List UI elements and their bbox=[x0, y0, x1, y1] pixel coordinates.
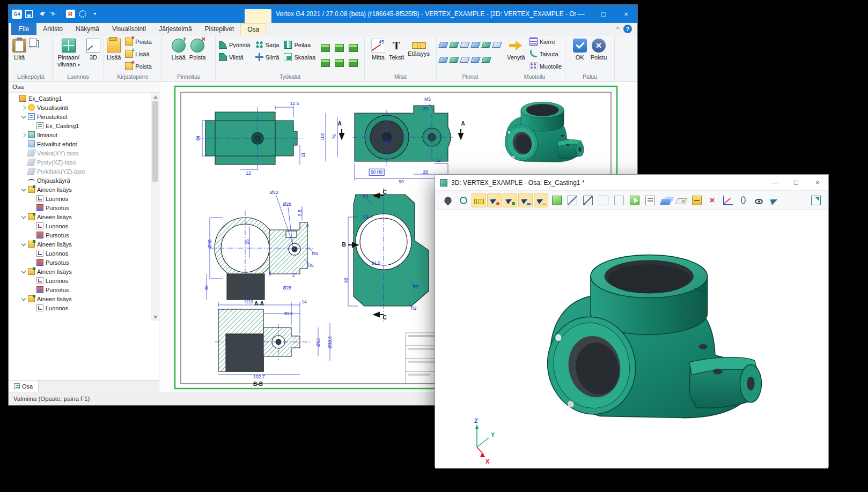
3d-close-button[interactable]: × bbox=[807, 175, 828, 190]
layers-button[interactable] bbox=[658, 193, 673, 207]
surface-tool-3-button[interactable] bbox=[460, 38, 470, 52]
exit-button[interactable]: Poistu bbox=[590, 36, 608, 62]
solid-tool-6-button[interactable] bbox=[347, 56, 359, 70]
library-add-button[interactable]: Lisää bbox=[106, 36, 122, 62]
tab-file[interactable]: File bbox=[11, 23, 36, 35]
attach-button[interactable] bbox=[736, 193, 751, 207]
delete-button[interactable] bbox=[705, 193, 719, 207]
surface-tool-8-button[interactable] bbox=[449, 53, 459, 67]
maximize-button[interactable]: □ bbox=[592, 5, 615, 23]
tab-arkisto[interactable]: Arkisto bbox=[36, 23, 69, 35]
expand-arrow-icon[interactable] bbox=[20, 132, 27, 138]
sketch-plane-button[interactable] bbox=[674, 193, 688, 207]
shaded-view-button[interactable] bbox=[549, 193, 564, 207]
tree-item-ex-casting1[interactable]: Ex_Casting1 bbox=[10, 121, 150, 130]
tree-item-pursotus[interactable]: Pursotus bbox=[10, 203, 150, 212]
library-delete-2-button[interactable]: Poista bbox=[123, 61, 153, 71]
tree-item-aineen-lis-ys[interactable]: Aineen lisäys bbox=[10, 185, 150, 194]
tab-osa[interactable]: Osa bbox=[240, 23, 266, 35]
text-button[interactable]: Teksti bbox=[388, 36, 405, 62]
solid-tool-3-button[interactable] bbox=[347, 41, 359, 55]
wireframe-view-button[interactable] bbox=[565, 193, 579, 207]
qat-dropdown-icon[interactable] bbox=[90, 9, 100, 19]
dimension-button[interactable]: Mitta bbox=[370, 36, 386, 62]
sketch-on-face-button[interactable]: Pintaan/ viivaan ▾ bbox=[54, 36, 83, 68]
box-view-button[interactable] bbox=[596, 193, 610, 207]
snap-edge-button[interactable] bbox=[534, 193, 548, 207]
tree-item-vaaka-xy-taso[interactable]: Vaaka(XY)-taso bbox=[10, 148, 150, 158]
app-logo-icon[interactable]: G4 bbox=[12, 10, 22, 19]
tree-item-ohjausk-yr-[interactable]: Ohjauskäyrä bbox=[10, 176, 150, 185]
external-window-button[interactable] bbox=[808, 193, 823, 207]
fly-through-button[interactable] bbox=[767, 193, 782, 207]
solid-tool-1-button[interactable] bbox=[319, 41, 332, 55]
hidden-edges-view-button[interactable] bbox=[580, 193, 595, 207]
visibility-button[interactable] bbox=[752, 193, 766, 207]
collapse-arrow-icon[interactable] bbox=[20, 269, 27, 275]
tree-item-pursotus[interactable]: Pursotus bbox=[10, 258, 150, 267]
collapse-arrow-icon[interactable] bbox=[20, 241, 27, 248]
tab-jarjestelma[interactable]: Järjestelmä bbox=[152, 23, 198, 35]
solid-tool-5-button[interactable] bbox=[333, 56, 345, 70]
pin-button[interactable] bbox=[440, 193, 455, 207]
redo-icon[interactable] bbox=[48, 9, 59, 19]
panel-tab-osa[interactable]: Osa bbox=[9, 381, 39, 392]
collapse-arrow-icon[interactable] bbox=[20, 114, 27, 120]
tree-item-pysty-xz-taso[interactable]: Pysty(XZ)-taso bbox=[10, 158, 150, 167]
scroll-up-icon[interactable] bbox=[152, 94, 158, 100]
surface-tool-6-button[interactable] bbox=[492, 38, 502, 52]
tree-item-pursotus[interactable]: Pursotus bbox=[10, 285, 150, 294]
collapse-arrow-icon[interactable] bbox=[20, 187, 27, 193]
archive-button[interactable] bbox=[689, 193, 704, 207]
pattern-button[interactable]: Sarja bbox=[254, 40, 281, 50]
save-icon[interactable] bbox=[24, 9, 34, 19]
undo-icon[interactable] bbox=[36, 9, 47, 19]
tree-scrollbar[interactable] bbox=[151, 93, 159, 321]
sketch-3d-button[interactable]: 3D bbox=[85, 36, 102, 62]
stretch-button[interactable]: Venytä bbox=[506, 36, 526, 62]
mirror-button[interactable]: Peilaa bbox=[282, 40, 317, 50]
thread-button[interactable]: Kierre bbox=[528, 36, 564, 47]
coating-delete-button[interactable]: Poista bbox=[188, 36, 207, 62]
tab-visualisointi[interactable]: Visualisointi bbox=[106, 23, 152, 35]
snap-point-button[interactable] bbox=[487, 193, 502, 207]
snap-cursor-button[interactable] bbox=[503, 193, 517, 207]
tree-item-luonnos[interactable]: Luonnos bbox=[10, 276, 150, 285]
ok-button[interactable]: OK bbox=[572, 36, 588, 62]
tree-item-aineen-lis-ys[interactable]: Aineen lisäys bbox=[10, 240, 150, 249]
surface-tool-4-button[interactable] bbox=[470, 38, 481, 52]
coating-add-button[interactable]: Lisää bbox=[171, 36, 187, 62]
surface-tool-10-button[interactable] bbox=[470, 53, 481, 67]
tree-item-visualisointi[interactable]: Visualisointi bbox=[10, 103, 150, 112]
tree-item-luonnos[interactable]: Luonnos bbox=[10, 221, 150, 230]
tree-item-luonnos[interactable]: Luonnos bbox=[10, 194, 150, 203]
snap-face-button[interactable] bbox=[518, 193, 533, 207]
collapse-ribbon-icon[interactable]: ^ bbox=[616, 26, 619, 32]
scale-button[interactable]: Skaalaa bbox=[282, 52, 317, 62]
move-button[interactable]: Siirrä bbox=[254, 52, 281, 62]
surface-tool-11-button[interactable] bbox=[481, 53, 491, 67]
form-button[interactable]: Muotoile bbox=[528, 61, 564, 71]
copy-icon[interactable] bbox=[29, 39, 37, 47]
chamfer-button[interactable]: Viistä bbox=[217, 52, 252, 62]
settings-gear-icon[interactable] bbox=[79, 10, 86, 18]
tree-item-aineen-lis-ys[interactable]: Aineen lisäys bbox=[10, 212, 150, 221]
distance-button[interactable]: Etäisyys bbox=[407, 36, 431, 58]
surface-tool-7-button[interactable] bbox=[438, 53, 448, 67]
solid-tool-4-button[interactable] bbox=[319, 56, 332, 70]
expand-arrow-icon[interactable] bbox=[20, 105, 27, 111]
scroll-down-icon[interactable] bbox=[152, 314, 158, 320]
tree-item-pursotus[interactable]: Pursotus bbox=[10, 230, 150, 240]
bend-button[interactable]: Taivuta bbox=[528, 49, 564, 59]
3d-minimize-button[interactable]: — bbox=[764, 175, 785, 190]
tree-item-ilmiasut[interactable]: Ilmiasut bbox=[10, 130, 150, 139]
coordinate-system-button[interactable] bbox=[720, 193, 735, 207]
update-model-button[interactable] bbox=[627, 193, 642, 207]
tree-item-luonnos[interactable]: Luonnos bbox=[10, 303, 150, 312]
feature-list-button[interactable] bbox=[643, 193, 657, 207]
tree-item-luonnos[interactable]: Luonnos bbox=[10, 249, 150, 258]
surface-tool-1-button[interactable] bbox=[438, 38, 448, 52]
transparent-view-button[interactable] bbox=[612, 193, 626, 207]
help-icon[interactable]: ? bbox=[623, 25, 632, 33]
3d-maximize-button[interactable]: □ bbox=[785, 175, 807, 190]
